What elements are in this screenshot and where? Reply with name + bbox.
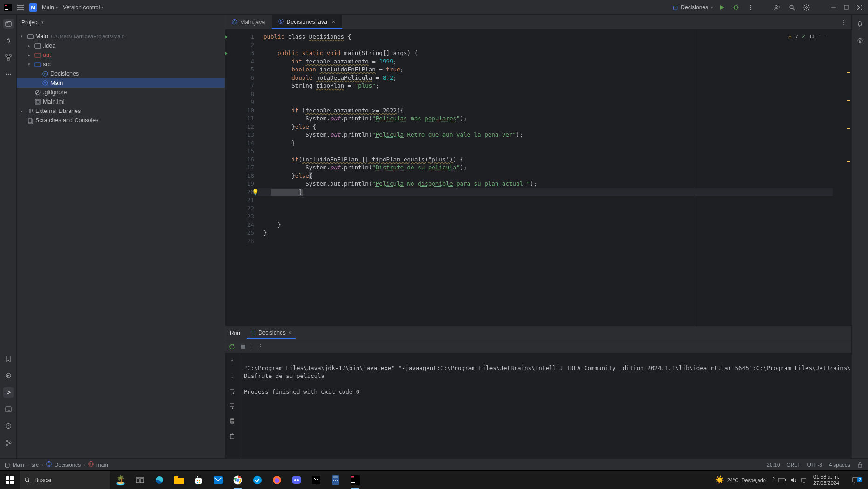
- inspection-widget[interactable]: ⚠7 ✓13 ˄ ˅: [785, 32, 832, 42]
- taskbar-app-intellij[interactable]: [345, 471, 365, 489]
- breadcrumb[interactable]: ▢Main› src› ⒸDecisiones› ⓜmain: [5, 461, 108, 468]
- structure-tool-button[interactable]: [3, 52, 14, 63]
- taskbar-app-beach[interactable]: 🏝️: [110, 471, 130, 489]
- notifications-icon[interactable]: [855, 19, 865, 29]
- svg-point-12: [7, 39, 10, 42]
- tray-volume-icon[interactable]: [790, 477, 797, 483]
- tree-root[interactable]: ▾ Main C:\Users\Ikari\IdeaProjects\Main: [17, 32, 225, 41]
- editor-more-icon[interactable]: ⋮: [839, 17, 848, 28]
- tree-node-decisiones[interactable]: C Decisiones: [17, 69, 225, 78]
- taskbar-app-store[interactable]: [189, 471, 208, 489]
- more-tools-button[interactable]: [3, 69, 14, 79]
- svg-rect-69: [292, 476, 301, 484]
- taskbar-app-mail[interactable]: [208, 471, 228, 489]
- taskbar-app-firefox[interactable]: [267, 471, 287, 489]
- tray-chevron-icon[interactable]: ˄: [772, 477, 775, 483]
- indent-settings[interactable]: 4 spaces: [829, 462, 850, 468]
- tree-node-main-class[interactable]: C Main: [17, 78, 225, 88]
- search-everywhere-icon[interactable]: [787, 2, 797, 13]
- more-actions-button[interactable]: [745, 2, 755, 13]
- scratches-icon: [26, 117, 34, 124]
- svg-rect-85: [785, 479, 786, 481]
- rerun-button[interactable]: [229, 343, 235, 350]
- soft-wrap-icon[interactable]: [227, 386, 237, 396]
- chevron-right-icon[interactable]: ▸: [21, 109, 26, 113]
- project-dropdown[interactable]: Main▾: [42, 4, 58, 11]
- chevron-right-icon[interactable]: ▸: [28, 43, 34, 48]
- console-more-icon[interactable]: ⋮: [257, 343, 263, 350]
- tree-node-src[interactable]: ▾ src: [17, 60, 225, 69]
- commit-tool-button[interactable]: [3, 35, 14, 46]
- scroll-to-end-icon[interactable]: [227, 401, 237, 411]
- intention-bulb-icon[interactable]: 💡: [252, 189, 259, 196]
- taskbar-task-view[interactable]: [130, 471, 150, 489]
- taskbar-clock[interactable]: 01:58 a. m. 27/05/2024: [810, 474, 843, 486]
- tree-node-idea[interactable]: ▸ .idea: [17, 41, 225, 50]
- tray-battery-icon[interactable]: [778, 477, 786, 483]
- error-stripe[interactable]: [833, 30, 851, 326]
- svg-rect-47: [10, 476, 14, 480]
- chevron-up-icon[interactable]: ˄: [819, 33, 821, 41]
- tab-decisiones-java[interactable]: Ⓒ Decisiones.java ×: [272, 15, 342, 29]
- maximize-button[interactable]: [842, 3, 851, 12]
- chevron-right-icon[interactable]: ▸: [28, 53, 34, 57]
- stop-button[interactable]: [240, 343, 247, 350]
- tree-node-ext-libs[interactable]: ▸ External Libraries: [17, 106, 225, 116]
- main-menu-icon[interactable]: [17, 4, 24, 11]
- chevron-down-icon[interactable]: ˅: [825, 33, 828, 41]
- project-tool-button[interactable]: [3, 19, 14, 29]
- chevron-down-icon[interactable]: ▾: [41, 20, 44, 25]
- cursor-position[interactable]: 20:10: [767, 462, 780, 468]
- code-editor[interactable]: ▶ ▶ 123456789101112131415161718192021222…: [225, 30, 851, 326]
- terminal-tool-button[interactable]: [3, 404, 14, 414]
- chevron-down-icon[interactable]: ▾: [21, 34, 26, 39]
- settings-icon[interactable]: [801, 2, 812, 13]
- taskbar-notifications[interactable]: 2: [846, 476, 865, 484]
- run-line-gutter-icon[interactable]: ▶: [225, 33, 234, 41]
- taskbar-app-generic-blue[interactable]: [248, 471, 267, 489]
- taskbar-app-black[interactable]: [306, 471, 326, 489]
- console-output[interactable]: "C:\Program Files\Java\jdk-17\bin\java.e…: [239, 353, 851, 458]
- tree-node-out[interactable]: ▸ out: [17, 50, 225, 60]
- vcs-tool-button[interactable]: [3, 438, 14, 448]
- clear-all-icon[interactable]: [227, 431, 237, 441]
- tab-main-java[interactable]: Ⓒ Main.java: [225, 15, 272, 29]
- services-tool-button[interactable]: [3, 370, 14, 381]
- debug-button[interactable]: [731, 2, 741, 13]
- run-line-gutter-icon[interactable]: ▶: [225, 49, 234, 57]
- taskbar-search[interactable]: Buscar: [20, 471, 110, 489]
- tray-network-icon[interactable]: [800, 477, 807, 483]
- code-with-me-icon[interactable]: [772, 2, 783, 13]
- readonly-lock-icon[interactable]: [857, 461, 863, 468]
- taskbar-app-discord[interactable]: [287, 471, 306, 489]
- close-icon[interactable]: ×: [289, 329, 292, 336]
- bookmarks-tool-button[interactable]: [3, 354, 14, 364]
- taskbar-app-chrome[interactable]: [228, 471, 248, 489]
- tree-node-iml[interactable]: Main.iml: [17, 97, 225, 106]
- up-stack-icon[interactable]: ↑: [227, 356, 237, 366]
- minimize-button[interactable]: [829, 3, 838, 12]
- tree-node-gitignore[interactable]: .gitignore: [17, 88, 225, 97]
- taskbar-app-calculator[interactable]: [326, 471, 345, 489]
- taskbar-app-explorer[interactable]: [169, 471, 189, 489]
- run-tool-button[interactable]: [3, 387, 14, 398]
- close-tab-icon[interactable]: ×: [332, 18, 336, 25]
- print-icon[interactable]: [227, 416, 237, 426]
- file-encoding[interactable]: UTF-8: [807, 462, 822, 468]
- problems-tool-button[interactable]: [3, 421, 14, 431]
- start-button[interactable]: [0, 471, 20, 489]
- run-config-selector[interactable]: ▢ Decisiones ▾: [673, 4, 713, 11]
- library-icon: [26, 108, 34, 114]
- ai-assistant-icon[interactable]: [855, 35, 865, 46]
- tree-node-scratches[interactable]: Scratches and Consoles: [17, 116, 225, 125]
- run-button[interactable]: [717, 2, 727, 13]
- vcs-dropdown[interactable]: Version control▾: [63, 4, 104, 11]
- chevron-down-icon[interactable]: ▾: [28, 62, 34, 67]
- svg-point-66: [253, 476, 262, 484]
- taskbar-app-edge[interactable]: [150, 471, 169, 489]
- close-button[interactable]: [855, 3, 864, 12]
- run-tab-decisiones[interactable]: ▢ Decisiones ×: [247, 328, 296, 339]
- down-stack-icon[interactable]: ↓: [227, 371, 237, 381]
- taskbar-weather[interactable]: ☀️ 24°C Despejado: [711, 475, 770, 484]
- line-separator[interactable]: CRLF: [786, 462, 800, 468]
